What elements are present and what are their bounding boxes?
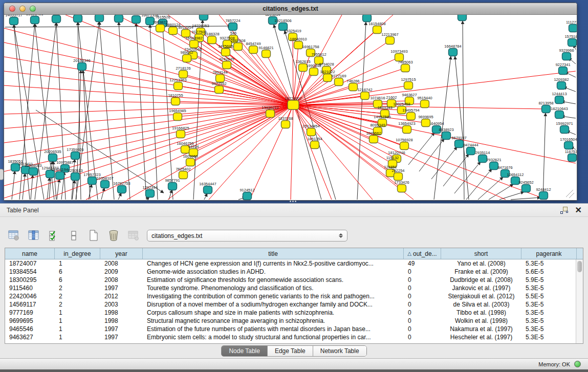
clear-selection-button[interactable] (67, 229, 80, 242)
graph-node[interactable] (478, 155, 487, 163)
graph-node[interactable] (569, 25, 577, 32)
cell-pagerank[interactable]: 5.3E-5 (521, 309, 577, 317)
graph-node[interactable] (174, 82, 183, 90)
cell-year[interactable]: 1997 (100, 325, 143, 333)
table-selector-dropdown[interactable]: citations_edges.txt (147, 230, 347, 242)
graph-node[interactable] (555, 96, 564, 104)
table-row[interactable]: 977716911998Corpus callosum shape and si… (5, 309, 583, 317)
column-header-name[interactable]: name (5, 248, 55, 259)
graph-node[interactable] (455, 140, 464, 148)
graph-node[interactable] (115, 15, 123, 23)
cell-name[interactable]: 22420046 (5, 292, 55, 300)
cell-title[interactable]: Genome-wide association studies in ADHD. (143, 268, 404, 276)
cell-title[interactable]: Structural magnetic resonance image aver… (143, 317, 404, 325)
graph-node[interactable] (177, 130, 185, 138)
graph-node[interactable] (71, 152, 80, 160)
graph-node[interactable] (557, 82, 566, 90)
graph-node[interactable] (262, 50, 271, 58)
graph-node[interactable] (234, 43, 243, 51)
table-row[interactable]: 1456911722003Disruption of a novel membe… (5, 300, 583, 309)
cell-in-degree[interactable]: 1 (55, 309, 100, 317)
graph-node[interactable] (421, 100, 429, 108)
graph-node[interactable] (386, 37, 395, 45)
cell-in-degree[interactable]: 1 (55, 325, 100, 333)
graph-node[interactable] (442, 132, 451, 140)
cell-year[interactable]: 2003 (100, 300, 143, 309)
cell-short[interactable]: de Silva et al. (2003) (441, 300, 521, 309)
cell-pagerank[interactable]: 5.3E-5 (521, 300, 577, 309)
graph-node[interactable] (568, 39, 577, 47)
network-view-window[interactable]: citations_edges.txt 14055717208914061893… (4, 3, 577, 201)
cell-year[interactable]: 2008 (100, 276, 143, 284)
cell-year[interactable]: 2008 (100, 259, 143, 268)
graph-node[interactable] (490, 162, 498, 170)
cell-pagerank[interactable]: 5.3E-5 (521, 325, 577, 333)
tab-network-table[interactable]: Network Table (313, 346, 366, 356)
graph-node[interactable] (88, 177, 97, 185)
graph-node[interactable] (449, 49, 458, 56)
cell-year[interactable]: 2009 (100, 268, 143, 276)
close-window-icon[interactable] (9, 6, 15, 12)
float-panel-icon[interactable] (560, 207, 568, 214)
cell-title[interactable]: Embryonic stem cells: a model to study s… (143, 333, 404, 341)
graph-node[interactable] (335, 78, 343, 86)
graph-node[interactable] (215, 86, 224, 94)
graph-node[interactable] (560, 126, 569, 134)
tab-edge-table[interactable]: Edge Table (268, 346, 313, 356)
graph-node[interactable] (101, 181, 110, 188)
cell-in-degree[interactable]: 1 (55, 333, 100, 341)
graph-node[interactable] (29, 168, 38, 176)
graph-node[interactable] (422, 119, 430, 127)
graph-node[interactable] (398, 185, 406, 192)
cell-name[interactable]: 9777169 (5, 309, 55, 317)
cell-pagerank[interactable]: 5.5E-5 (521, 292, 577, 300)
cell-year[interactable]: 1997 (100, 333, 143, 341)
graph-node[interactable] (323, 74, 332, 82)
graph-node[interactable] (71, 173, 80, 181)
column-header-title[interactable]: title (143, 248, 404, 259)
table-row[interactable]: 2242004622012Investigating the contribut… (5, 292, 583, 300)
minimize-window-icon[interactable] (19, 6, 26, 12)
graph-node[interactable] (281, 121, 290, 128)
cell-pagerank[interactable]: 5.9E-5 (521, 276, 577, 284)
cell-short[interactable]: Jankovic et al. (1997) (441, 284, 521, 292)
cell-name[interactable]: 14569117 (5, 300, 55, 309)
cell-in-degree[interactable]: 1 (55, 317, 100, 325)
show-columns-button[interactable] (27, 229, 40, 242)
table-row[interactable]: 946554611997Estimation of the future num… (5, 325, 583, 333)
graph-node[interactable] (52, 15, 61, 23)
new-column-button[interactable] (87, 229, 100, 242)
table-row[interactable]: 969969511998Structural magnetic resonanc… (5, 317, 583, 325)
cell-pagerank[interactable]: 5.3E-5 (521, 259, 577, 268)
table-row[interactable]: 1938455462009Genome-wide association stu… (5, 268, 583, 276)
graph-node[interactable] (249, 46, 258, 54)
cell-title[interactable]: Estimation of the future numbers of pati… (143, 325, 404, 333)
graph-node[interactable] (200, 15, 208, 20)
graph-node[interactable] (539, 192, 548, 200)
maximize-window-icon[interactable] (30, 6, 36, 12)
canvas-resize-grip[interactable] (569, 193, 574, 198)
cell-name[interactable]: 9115460 (5, 284, 55, 292)
cell-title[interactable]: Estimation of significance thresholds fo… (143, 276, 404, 284)
graph-node[interactable] (266, 110, 275, 118)
cell-out-de-[interactable]: 0 (404, 309, 441, 317)
cell-out-de-[interactable]: 49 (404, 259, 441, 268)
graph-node[interactable] (169, 27, 178, 35)
graph-node[interactable] (222, 49, 230, 56)
cell-in-degree[interactable]: 6 (55, 268, 100, 276)
scrollbar-thumb[interactable] (577, 261, 582, 272)
memory-ok-indicator[interactable] (574, 361, 581, 367)
graph-node[interactable] (564, 142, 573, 149)
cell-year[interactable]: 1997 (100, 284, 143, 292)
cell-short[interactable]: Tibbo et al. (1998) (441, 309, 521, 317)
graph-node[interactable] (31, 16, 39, 24)
cell-title[interactable]: Tourette syndrome. Phenomenology and cla… (143, 284, 404, 292)
graph-node[interactable] (403, 126, 411, 134)
graph-node[interactable] (179, 71, 188, 78)
graph-node[interactable] (559, 67, 568, 75)
graph-node[interactable] (78, 63, 86, 71)
cell-short[interactable]: Hescheler et al. (1997) (441, 333, 521, 341)
graph-node[interactable] (95, 15, 104, 22)
graph-node[interactable] (229, 23, 237, 31)
cell-pagerank[interactable]: 5.3E-5 (521, 317, 577, 325)
